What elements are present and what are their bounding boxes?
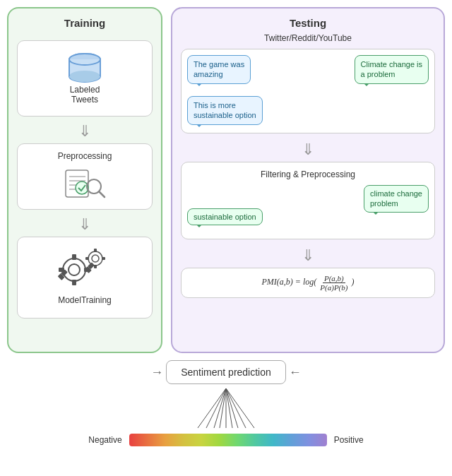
arrow-down-3: ⇓: [302, 142, 314, 157]
training-title: Training: [64, 17, 105, 29]
arrow-down-4: ⇓: [302, 248, 314, 263]
top-section: Training: [7, 7, 445, 353]
db-label: Labeled Tweets: [70, 85, 100, 105]
svg-point-20: [63, 258, 85, 281]
model-training-label: ModelTraining: [58, 295, 112, 305]
svg-line-18: [99, 191, 105, 197]
svg-rect-34: [102, 257, 105, 260]
fan-container: [155, 387, 297, 429]
negative-label: Negative: [88, 435, 121, 445]
database-icon: [64, 51, 106, 85]
sentiment-label: Sentiment prediction: [181, 367, 271, 378]
svg-point-31: [92, 255, 99, 262]
svg-point-30: [88, 251, 102, 266]
training-panel: Training: [7, 7, 162, 353]
svg-point-7: [69, 71, 100, 82]
labeled-tweets-box: Labeled Tweets: [17, 40, 153, 117]
svg-rect-23: [72, 280, 76, 285]
svg-point-19: [89, 182, 99, 191]
filtering-box: Filtering & Preprocessing climate change…: [181, 162, 435, 239]
bubble1: The game wasamazing: [187, 55, 251, 84]
testing-title: Testing: [290, 17, 326, 29]
platform-label: Twitter/Reddit/YouTube: [264, 33, 352, 43]
fan-lines-svg: [155, 387, 297, 429]
filter-bubble-2: sustainable option: [187, 208, 263, 225]
filter-bubble-1: climate changeproblem: [364, 185, 429, 213]
preprocessing-box: Preprocessing: [17, 143, 153, 210]
pmi-formula: PMI(a,b) = log( P(a,b) P(a)P(b) ): [262, 277, 355, 287]
positive-label: Positive: [334, 435, 364, 445]
gear-icon: [53, 244, 117, 295]
svg-rect-32: [94, 249, 97, 252]
formula-box: PMI(a,b) = log( P(a,b) P(a)P(b) ): [181, 268, 435, 298]
testing-panel: Testing Twitter/Reddit/YouTube The game …: [171, 7, 445, 353]
bubble2: Climate change isa problem: [355, 55, 429, 84]
arrow-left-icon: ←: [289, 365, 302, 380]
svg-rect-22: [72, 254, 76, 260]
bottom-section: → Sentiment prediction ← Negat: [7, 360, 445, 446]
gradient-section: Negative Positive: [88, 434, 363, 446]
arrow-down-2: ⇓: [78, 217, 91, 232]
sentiment-box: Sentiment prediction: [166, 360, 286, 384]
arrow-down-1: ⇓: [78, 124, 91, 139]
model-training-box: ModelTraining: [17, 237, 153, 319]
svg-rect-33: [94, 265, 97, 268]
sentiment-row: → Sentiment prediction ←: [7, 360, 445, 384]
svg-line-36: [198, 388, 226, 428]
arrow-right-icon: →: [150, 365, 163, 380]
main-container: Training: [0, 0, 452, 476]
bubbles-box: The game wasamazing Climate change isa p…: [181, 49, 435, 133]
preprocessing-label: Preprocessing: [58, 151, 112, 161]
bubble3: This is moresustainable option: [187, 96, 263, 125]
filtering-title: Filtering & Preprocessing: [189, 169, 427, 179]
svg-line-44: [226, 388, 254, 428]
svg-rect-35: [85, 257, 89, 260]
svg-point-21: [69, 264, 80, 275]
preprocessing-icon: [62, 167, 108, 202]
gradient-bar: [129, 434, 327, 446]
